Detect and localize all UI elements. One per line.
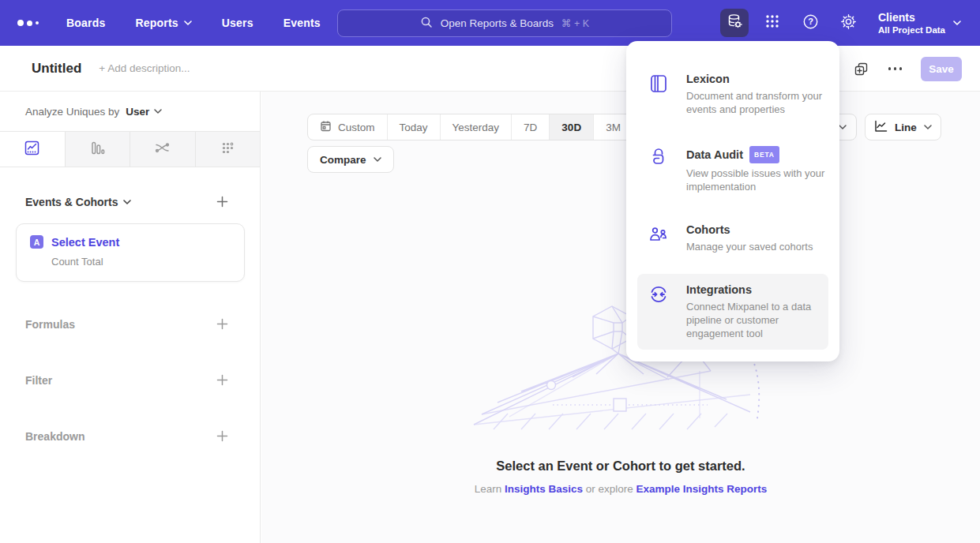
date-range-yesterday[interactable]: Yesterday bbox=[441, 114, 513, 140]
chevron-down-icon bbox=[839, 125, 847, 129]
section-label: Breakdown bbox=[25, 430, 84, 443]
chevron-down-icon bbox=[123, 200, 131, 204]
date-range-today[interactable]: Today bbox=[388, 114, 441, 140]
nav-item-label: Users bbox=[222, 17, 253, 29]
chart-type-dropdown[interactable]: Line bbox=[865, 114, 941, 140]
nav-item-events[interactable]: Events bbox=[283, 17, 321, 29]
compare-label: Compare bbox=[320, 154, 366, 166]
nav-item-users[interactable]: Users bbox=[222, 17, 253, 29]
help-button[interactable]: ? bbox=[796, 9, 824, 37]
report-title[interactable]: Untitled bbox=[32, 61, 81, 77]
search-input[interactable]: Open Reports & Boards ⌘ + K bbox=[337, 9, 672, 37]
menu-item-cohorts[interactable]: Cohorts Manage your saved cohorts bbox=[637, 214, 828, 263]
date-range-custom[interactable]: Custom bbox=[308, 114, 388, 140]
database-gear-icon bbox=[726, 13, 743, 33]
count-total-dropdown[interactable]: Count Total bbox=[51, 256, 244, 268]
section-label: Filter bbox=[25, 374, 52, 387]
line-chart-icon bbox=[874, 120, 888, 135]
nav-item-reports[interactable]: Reports bbox=[135, 17, 191, 29]
date-range-control: Custom Today Yesterday 7D 30D 3M 6M bbox=[307, 114, 673, 140]
tab-insights-line[interactable] bbox=[0, 132, 66, 167]
chevron-down-icon bbox=[374, 157, 381, 162]
menu-item-data-audit[interactable]: Data AuditBETA View possible issues with… bbox=[637, 137, 828, 203]
chevron-down-icon bbox=[924, 125, 932, 129]
tab-metrics-grid[interactable] bbox=[196, 132, 261, 167]
analyze-value: User bbox=[126, 106, 149, 118]
section-label: Formulas bbox=[25, 318, 75, 331]
integrations-sync-icon bbox=[648, 284, 669, 305]
chart-type-tabs bbox=[0, 131, 260, 167]
menu-item-integrations[interactable]: Integrations Connect Mixpanel to a data … bbox=[637, 274, 828, 350]
save-button[interactable]: Save bbox=[921, 57, 962, 81]
query-builder-sidebar: Analyze Uniques by User Events & Cohorts bbox=[0, 92, 261, 543]
add-formula-button[interactable] bbox=[213, 315, 231, 333]
events-cohorts-section-toggle[interactable]: Events & Cohorts bbox=[25, 196, 131, 208]
insights-basics-link[interactable]: Insights Basics bbox=[505, 483, 583, 495]
report-description-placeholder[interactable]: + Add description... bbox=[99, 62, 190, 74]
project-selector[interactable]: Clients All Project Data bbox=[878, 11, 961, 36]
menu-item-description: Connect Mixpanel to a data pipeline or c… bbox=[686, 300, 827, 340]
flow-chart-icon bbox=[154, 140, 171, 159]
compare-dropdown[interactable]: Compare bbox=[307, 146, 394, 173]
analyze-label: Analyze Uniques by bbox=[25, 106, 119, 118]
org-name: Clients bbox=[878, 11, 945, 24]
chevron-down-icon bbox=[154, 109, 162, 114]
nav-item-boards[interactable]: Boards bbox=[66, 17, 105, 29]
date-range-label: 3M bbox=[606, 122, 621, 133]
top-nav: Boards Reports Users Events Open Reports… bbox=[0, 0, 980, 46]
date-range-label: Yesterday bbox=[452, 122, 500, 133]
tab-bar-chart[interactable] bbox=[66, 132, 131, 167]
empty-state-subtitle: Learn Insights Basics or explore Example… bbox=[261, 483, 980, 495]
lexicon-book-icon bbox=[648, 73, 669, 94]
duplicate-button[interactable] bbox=[853, 61, 869, 77]
event-letter-badge: A bbox=[30, 235, 43, 249]
data-management-menu: Lexicon Document and transform your even… bbox=[626, 41, 839, 361]
calendar-icon bbox=[320, 120, 332, 134]
settings-gear-icon bbox=[840, 13, 857, 33]
empty-state-title: Select an Event or Cohort to get started… bbox=[261, 459, 980, 474]
date-range-label: 30D bbox=[561, 122, 581, 133]
mixpanel-logo-icon[interactable] bbox=[17, 20, 54, 26]
tab-flow-chart[interactable] bbox=[130, 132, 196, 167]
date-range-30d[interactable]: 30D bbox=[550, 114, 594, 140]
metrics-grid-icon bbox=[220, 140, 236, 159]
more-options-button[interactable] bbox=[887, 62, 904, 75]
breakdown-section-label: Breakdown bbox=[25, 430, 84, 443]
subtitle-text: Learn bbox=[475, 483, 505, 495]
settings-button[interactable] bbox=[834, 9, 862, 37]
select-event-label: Select Event bbox=[51, 236, 119, 249]
chevron-down-icon bbox=[184, 21, 192, 25]
example-insights-reports-link[interactable]: Example Insights Reports bbox=[636, 483, 768, 495]
add-breakdown-button[interactable] bbox=[213, 427, 231, 445]
insights-line-chart-icon bbox=[24, 140, 40, 159]
menu-item-description: Manage your saved cohorts bbox=[686, 240, 827, 253]
svg-text:?: ? bbox=[808, 17, 813, 26]
data-management-button[interactable] bbox=[720, 9, 749, 37]
date-range-7d[interactable]: 7D bbox=[512, 114, 550, 140]
menu-item-description: View possible issues with your implement… bbox=[686, 167, 827, 193]
apps-grid-button[interactable] bbox=[758, 9, 787, 37]
section-label: Events & Cohorts bbox=[25, 196, 118, 208]
apps-grid-icon bbox=[764, 13, 780, 32]
analyze-uniques-dropdown[interactable]: Analyze Uniques by User bbox=[0, 92, 260, 131]
select-event-card[interactable]: A Select Event Count Total bbox=[16, 223, 245, 282]
search-placeholder: Open Reports & Boards bbox=[441, 17, 554, 29]
chart-type-label: Line bbox=[895, 122, 917, 133]
help-icon: ? bbox=[802, 13, 819, 33]
date-range-label: 7D bbox=[524, 122, 537, 133]
search-icon bbox=[420, 16, 433, 31]
nav-item-label: Reports bbox=[135, 17, 178, 29]
menu-item-title: Data Audit bbox=[686, 148, 743, 162]
date-range-label: Custom bbox=[338, 122, 375, 133]
menu-item-title: Integrations bbox=[686, 283, 752, 297]
add-event-button[interactable] bbox=[213, 193, 231, 211]
cohorts-people-icon bbox=[648, 224, 669, 245]
bar-chart-icon bbox=[89, 140, 106, 159]
menu-item-title: Lexicon bbox=[686, 73, 730, 86]
mixpanel-insights-app: Boards Reports Users Events Open Reports… bbox=[0, 0, 980, 543]
menu-item-lexicon[interactable]: Lexicon Document and transform your even… bbox=[637, 63, 828, 125]
add-filter-button[interactable] bbox=[213, 371, 231, 389]
menu-item-description: Document and transform your events and p… bbox=[686, 89, 827, 116]
search-shortcut: ⌘ + K bbox=[561, 17, 589, 29]
filter-section-label: Filter bbox=[25, 374, 52, 387]
